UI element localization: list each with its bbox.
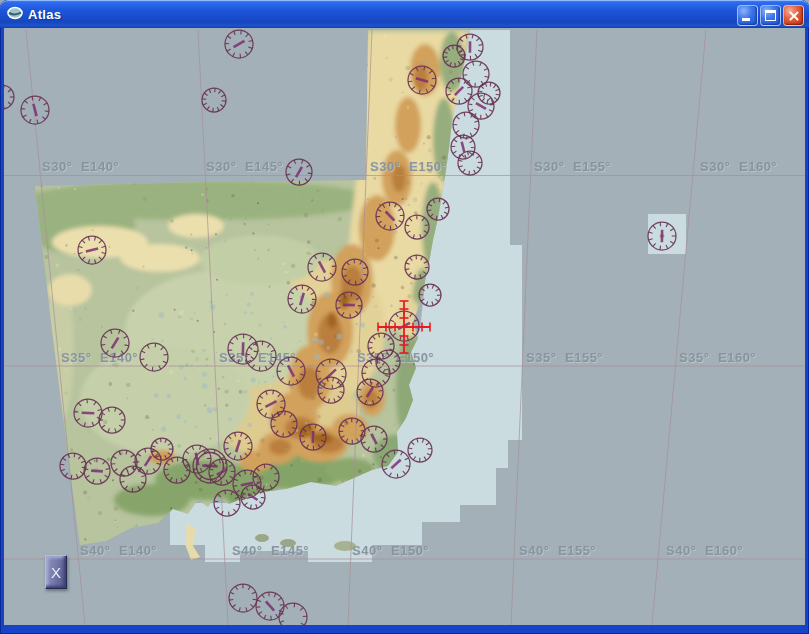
svg-text:S30°E145°: S30°E145° (206, 159, 283, 174)
minimize-icon (742, 18, 750, 21)
window-controls (737, 5, 804, 26)
svg-text:S35°E160°: S35°E160° (679, 350, 756, 365)
svg-text:S40°E155°: S40°E155° (519, 543, 596, 558)
svg-text:S35°E140°: S35°E140° (61, 350, 138, 365)
atlas-window: Atlas (0, 0, 809, 634)
svg-text:S30°E160°: S30°E160° (700, 159, 777, 174)
map-canvas[interactable]: S30°E140°S30°E140°S30°E145°S30°E145°S30°… (4, 28, 805, 625)
svg-text:S40°E145°: S40°E145° (232, 543, 309, 558)
svg-text:S30°E155°: S30°E155° (534, 159, 611, 174)
exit-button[interactable]: X (45, 555, 67, 589)
map-area[interactable]: S30°E140°S30°E140°S30°E145°S30°E145°S30°… (4, 28, 805, 625)
svg-text:S40°E140°: S40°E140° (80, 543, 157, 558)
svg-text:S35°E155°: S35°E155° (526, 350, 603, 365)
atlas-globe-icon[interactable] (7, 5, 23, 25)
title-bar[interactable]: Atlas (0, 0, 809, 28)
window-title: Atlas (28, 7, 61, 22)
maximize-button[interactable] (760, 5, 781, 26)
maximize-icon (765, 10, 776, 21)
exit-button-label: X (51, 564, 61, 581)
minimize-button[interactable] (737, 5, 758, 26)
svg-text:S30°E140°: S30°E140° (42, 159, 119, 174)
svg-text:S40°E160°: S40°E160° (666, 543, 743, 558)
svg-text:S30°E150°: S30°E150° (370, 159, 447, 174)
close-button[interactable] (783, 5, 804, 26)
svg-text:S40°E150°: S40°E150° (352, 543, 429, 558)
